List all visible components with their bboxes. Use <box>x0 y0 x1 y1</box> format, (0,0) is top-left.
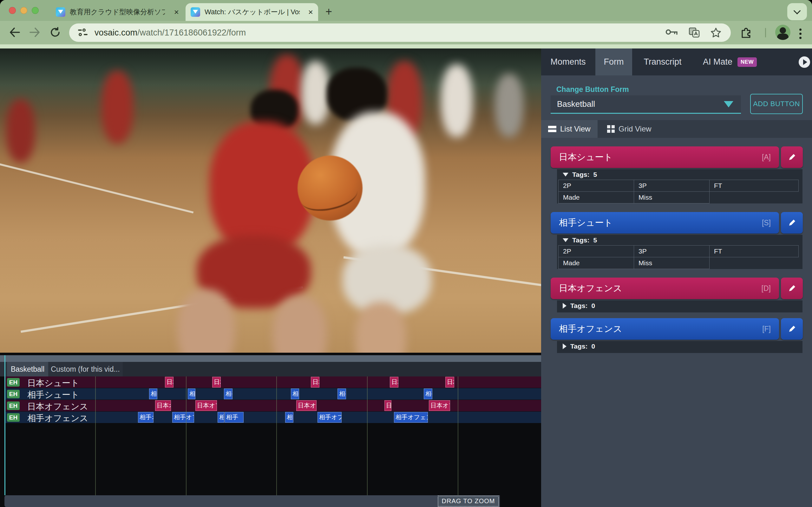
browser-tab-1[interactable]: 教育用クラウド型映像分析ソフト × <box>51 3 184 21</box>
tag-cell[interactable]: Miss <box>634 257 710 269</box>
browser-menu-button[interactable] <box>799 26 801 41</box>
tag-cell[interactable]: 2P <box>558 180 634 192</box>
player-shape <box>441 64 473 137</box>
timeline-tag-marker[interactable]: 日本オ <box>155 400 171 411</box>
translate-icon[interactable] <box>689 27 700 38</box>
player-shape <box>6 99 35 163</box>
reload-button[interactable] <box>48 25 62 39</box>
tag-button-nihon-offense[interactable]: 日本オフェンス [D] <box>551 278 779 299</box>
timeline-tag-marker[interactable]: 日本 <box>390 377 398 388</box>
grid-view-tab[interactable]: Grid View <box>600 120 658 138</box>
tab-close-icon[interactable]: × <box>308 8 313 16</box>
edit-button[interactable] <box>781 147 803 168</box>
timeline-row-nihon-shoot[interactable]: EH 日本シュート 日本日本日本日本日本 <box>5 377 541 388</box>
add-button[interactable]: ADD BUTTON <box>750 94 803 114</box>
tag-cell[interactable]: 3P <box>634 245 710 257</box>
arrow-right-icon <box>803 59 807 65</box>
list-view-tab[interactable]: List View <box>541 120 598 138</box>
reload-icon <box>50 27 61 38</box>
timeline-tag-marker[interactable]: 日本 <box>311 377 319 388</box>
timeline-row-aite-shoot[interactable]: EH 相手シュート 相手相手相手相手相手相手 <box>5 388 541 400</box>
browser-tab-2-active[interactable]: Watch: バスケットボール | Vosa × <box>186 3 318 21</box>
tags-header[interactable]: Tags: 5 <box>557 235 803 245</box>
tag-cell[interactable]: FT <box>709 180 799 192</box>
url-text: vosaic.com/watch/1716186061922/form <box>95 28 246 38</box>
tags-header[interactable]: Tags: 0 <box>557 341 803 352</box>
row-label: 相手オフェンス <box>27 412 88 424</box>
window-close-button[interactable] <box>9 7 16 14</box>
tag-cell[interactable]: Made <box>558 257 634 269</box>
timeline-tag-marker[interactable]: 相手 <box>149 389 157 399</box>
timeline-row-aite-offense[interactable]: EH 相手オフェンス 相手オ相手オフ相相手相相手オフ相手オフェン <box>5 412 541 423</box>
tag-cell[interactable]: 2P <box>558 245 634 257</box>
grid-view-label: Grid View <box>618 124 652 133</box>
video-player[interactable] <box>0 49 541 353</box>
timeline-tag-marker[interactable]: 日本 <box>165 377 173 388</box>
timeline-tag-marker[interactable]: 日本オフ <box>195 400 217 411</box>
timeline-tab-custom[interactable]: Custom (for this vid... <box>48 362 122 377</box>
tab-search-button[interactable] <box>787 3 807 20</box>
edit-button[interactable] <box>781 318 803 340</box>
tags-table: 2P 3P FT Made Miss <box>557 180 803 205</box>
profile-avatar[interactable] <box>775 25 791 40</box>
timeline-tag-marker[interactable]: 相手オフ <box>317 412 342 423</box>
timeline-tag-marker[interactable]: 相手オフェン <box>394 412 428 423</box>
tab-moments[interactable]: Moments <box>545 49 591 75</box>
tab-form[interactable]: Form <box>595 49 632 75</box>
timeline-bottom-bar[interactable] <box>4 495 500 507</box>
tag-button-label: 相手オフェンス <box>559 323 622 335</box>
tag-button-aite-shoot[interactable]: 相手シュート [S] <box>551 212 779 233</box>
bookmark-star-icon[interactable] <box>711 27 721 38</box>
tag-cell[interactable]: 3P <box>634 180 710 192</box>
timeline-zoom-scrollbar[interactable] <box>0 355 541 362</box>
timeline-tag-marker[interactable]: 相 <box>217 412 224 423</box>
edit-button[interactable] <box>781 212 803 233</box>
tags-header[interactable]: Tags: 5 <box>557 169 803 180</box>
window-minimize-button[interactable] <box>20 7 27 14</box>
timeline-tag-marker[interactable]: 相手 <box>291 389 299 399</box>
tags-table: 2P 3P FT Made Miss <box>557 245 803 271</box>
tab-label: Form <box>604 57 624 67</box>
password-key-icon[interactable] <box>665 28 678 37</box>
timeline-tag-marker[interactable]: 日本オフ <box>429 400 450 411</box>
tag-button-aite-offense[interactable]: 相手オフェンス [F] <box>551 318 779 340</box>
address-bar[interactable]: vosaic.com/watch/1716186061922/form <box>69 23 731 42</box>
tags-header[interactable]: Tags: 0 <box>557 300 803 311</box>
hotkey-label: [S] <box>762 219 771 227</box>
form-select-dropdown[interactable]: Basketball <box>551 95 741 114</box>
timeline-tag-marker[interactable]: 相手 <box>338 389 346 399</box>
timeline-tag-marker[interactable]: 相手オフ <box>172 412 194 423</box>
row-label: 日本オフェンス <box>27 401 88 412</box>
timeline-tag-marker[interactable]: 日本オ <box>296 400 316 411</box>
site-settings-icon[interactable] <box>78 29 88 37</box>
timeline-tab-basketball[interactable]: Basketball <box>7 362 48 377</box>
edit-button[interactable] <box>781 278 803 299</box>
timeline-tag-marker[interactable]: 相手 <box>424 389 432 399</box>
tab-label: Custom (for this vid... <box>51 365 119 374</box>
timeline-tag-marker[interactable]: 相手 <box>224 412 244 423</box>
timeline-tag-marker[interactable]: 相手 <box>224 389 233 399</box>
tab-close-icon[interactable]: × <box>174 8 179 16</box>
tag-cell[interactable]: Miss <box>634 191 710 204</box>
timeline-tag-marker[interactable]: 相 <box>285 412 293 423</box>
timeline-tag-marker[interactable]: 日本 <box>445 377 454 388</box>
timeline-tag-marker[interactable]: 相手 <box>188 389 195 399</box>
timeline-row-nihon-offense[interactable]: EH 日本オフェンス 日本オ日本オフ日本オ日日本オフ <box>5 400 541 411</box>
sidebar-collapse-button[interactable] <box>799 56 810 68</box>
new-tab-button[interactable]: + <box>325 6 332 17</box>
timeline-tag-marker[interactable]: 相手オ <box>138 412 154 423</box>
tab-transcript[interactable]: Transcript <box>638 49 687 75</box>
forward-button[interactable] <box>28 25 42 39</box>
extensions-button[interactable] <box>739 25 753 39</box>
back-button[interactable] <box>8 25 21 39</box>
tag-cell[interactable]: FT <box>709 245 799 257</box>
window-zoom-button[interactable] <box>32 7 39 14</box>
view-toggle-row: List View Grid View <box>541 120 812 138</box>
tag-cell[interactable]: Made <box>558 191 634 204</box>
tag-button-nihon-shoot[interactable]: 日本シュート [A] <box>551 147 779 168</box>
forward-arrow-icon <box>30 27 40 37</box>
tab-ai-mate[interactable]: AI Mate NEW <box>693 49 766 75</box>
playhead-line[interactable] <box>4 355 5 495</box>
timeline-tag-marker[interactable]: 日本 <box>212 377 221 388</box>
timeline-tag-marker[interactable]: 日 <box>385 400 392 411</box>
